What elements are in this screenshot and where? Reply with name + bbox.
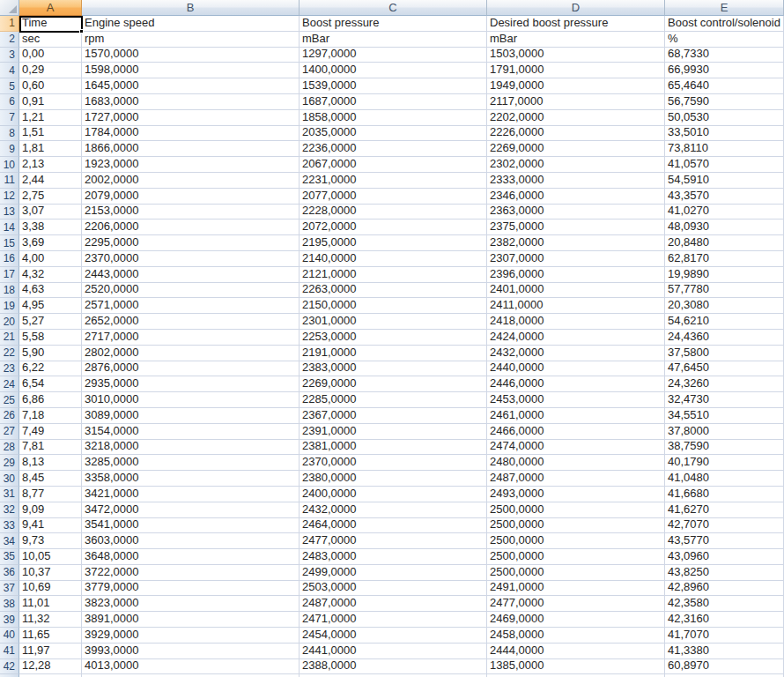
cell-E11[interactable]: 54,5910: [665, 173, 784, 189]
row-header-20[interactable]: 20: [0, 314, 19, 330]
cell-C30[interactable]: 2380,0000: [300, 471, 487, 487]
cell-C42[interactable]: 2388,0000: [300, 659, 487, 675]
cell-E18[interactable]: 57,7780: [665, 283, 784, 299]
row-header-5[interactable]: 5: [0, 78, 19, 94]
cell-D35[interactable]: 2500,0000: [487, 549, 665, 565]
cell-E2[interactable]: %: [665, 32, 784, 48]
cell-A9[interactable]: 1,81: [19, 141, 82, 157]
cell-D30[interactable]: 2487,0000: [487, 471, 665, 487]
cell-D14[interactable]: 2375,0000: [487, 219, 665, 235]
cell-E35[interactable]: 43,0960: [665, 549, 784, 565]
cell-C26[interactable]: 2367,0000: [300, 408, 487, 424]
cell-A42[interactable]: 12,28: [19, 659, 82, 675]
cell-D34[interactable]: 2500,0000: [487, 533, 665, 549]
cell-C8[interactable]: 2035,0000: [300, 126, 487, 142]
cell-B19[interactable]: 2571,0000: [82, 298, 300, 314]
cell-D17[interactable]: 2396,0000: [487, 267, 665, 283]
cell-B12[interactable]: 2079,0000: [82, 189, 300, 205]
cell-A29[interactable]: 8,13: [19, 455, 82, 471]
cell-B16[interactable]: 2370,0000: [82, 251, 300, 267]
cell-E8[interactable]: 33,5010: [665, 126, 784, 142]
cell-D9[interactable]: 2269,0000: [487, 141, 665, 157]
cell-E28[interactable]: 38,7590: [665, 440, 784, 456]
cell-D12[interactable]: 2346,0000: [487, 189, 665, 205]
row-header-36[interactable]: 36: [0, 565, 19, 581]
cell-D32[interactable]: 2500,0000: [487, 502, 665, 518]
cell-C5[interactable]: 1539,0000: [300, 78, 487, 94]
cell-D11[interactable]: 2333,0000: [487, 173, 665, 189]
cell-E16[interactable]: 62,8170: [665, 251, 784, 267]
cell-E5[interactable]: 65,4640: [665, 78, 784, 94]
cell-D13[interactable]: 2363,0000: [487, 205, 665, 220]
cell-C22[interactable]: 2191,0000: [300, 346, 487, 361]
cell-C20[interactable]: 2301,0000: [300, 314, 487, 330]
cell-A31[interactable]: 8,77: [19, 487, 82, 502]
cell-D23[interactable]: 2440,0000: [487, 361, 665, 377]
cell-B17[interactable]: 2443,0000: [82, 267, 300, 283]
cell-A34[interactable]: 9,73: [19, 533, 82, 549]
cell-E3[interactable]: 68,7330: [665, 48, 784, 63]
cell-C6[interactable]: 1687,0000: [300, 94, 487, 110]
cell-C36[interactable]: 2499,0000: [300, 565, 487, 581]
cell-E31[interactable]: 41,6680: [665, 487, 784, 502]
cell-E22[interactable]: 37,5800: [665, 346, 784, 361]
column-header-E[interactable]: E: [665, 0, 784, 16]
cell-E26[interactable]: 34,5510: [665, 408, 784, 424]
row-header-23[interactable]: 23: [0, 361, 19, 377]
cell-D29[interactable]: 2480,0000: [487, 455, 665, 471]
cell-C40[interactable]: 2454,0000: [300, 628, 487, 644]
cell-E30[interactable]: 41,0480: [665, 471, 784, 487]
cell-A21[interactable]: 5,58: [19, 330, 82, 346]
cell-B13[interactable]: 2153,0000: [82, 205, 300, 220]
row-header-15[interactable]: 15: [0, 235, 19, 251]
cell-E25[interactable]: 32,4730: [665, 392, 784, 408]
cell-A16[interactable]: 4,00: [19, 251, 82, 267]
row-header-33[interactable]: 33: [0, 518, 19, 534]
cell-E41[interactable]: 41,3380: [665, 644, 784, 659]
cell-D16[interactable]: 2307,0000: [487, 251, 665, 267]
cell-A39[interactable]: 11,32: [19, 612, 82, 628]
row-header-25[interactable]: 25: [0, 392, 19, 408]
row-header-14[interactable]: 14: [0, 219, 19, 235]
row-header-2[interactable]: 2: [0, 32, 19, 48]
row-header-11[interactable]: 11: [0, 173, 19, 189]
cell-D19[interactable]: 2411,0000: [487, 298, 665, 314]
cell-E6[interactable]: 56,7590: [665, 94, 784, 110]
cell-C19[interactable]: 2150,0000: [300, 298, 487, 314]
cell-C12[interactable]: 2077,0000: [300, 189, 487, 205]
cell-B31[interactable]: 3421,0000: [82, 487, 300, 502]
cell-C32[interactable]: 2432,0000: [300, 502, 487, 518]
row-header-1[interactable]: 1: [0, 16, 19, 32]
cell-A32[interactable]: 9,09: [19, 502, 82, 518]
cell-B41[interactable]: 3993,0000: [82, 644, 300, 659]
cell-E39[interactable]: 42,3160: [665, 612, 784, 628]
row-header-9[interactable]: 9: [0, 141, 19, 157]
cell-D2[interactable]: mBar: [487, 32, 665, 48]
cell-E40[interactable]: 41,7070: [665, 628, 784, 644]
cell-B34[interactable]: 3603,0000: [82, 533, 300, 549]
cell-B40[interactable]: 3929,0000: [82, 628, 300, 644]
row-header-13[interactable]: 13: [0, 205, 19, 220]
cell-A28[interactable]: 7,81: [19, 440, 82, 456]
cell-B35[interactable]: 3648,0000: [82, 549, 300, 565]
cell-B2[interactable]: rpm: [82, 32, 300, 48]
row-header-31[interactable]: 31: [0, 487, 19, 502]
cell-A13[interactable]: 3,07: [19, 205, 82, 220]
cell-E19[interactable]: 20,3080: [665, 298, 784, 314]
row-header-32[interactable]: 32: [0, 502, 19, 518]
cell-A17[interactable]: 4,32: [19, 267, 82, 283]
cell-A33[interactable]: 9,41: [19, 518, 82, 534]
row-header-10[interactable]: 10: [0, 157, 19, 173]
cell-C33[interactable]: 2464,0000: [300, 518, 487, 534]
column-header-A[interactable]: A: [19, 0, 82, 16]
cell-C13[interactable]: 2228,0000: [300, 205, 487, 220]
cell-E9[interactable]: 73,8110: [665, 141, 784, 157]
cell-B30[interactable]: 3358,0000: [82, 471, 300, 487]
cell-B28[interactable]: 3218,0000: [82, 440, 300, 456]
cell-D20[interactable]: 2418,0000: [487, 314, 665, 330]
row-header-8[interactable]: 8: [0, 126, 19, 142]
cell-E42[interactable]: 60,8970: [665, 659, 784, 675]
cell-C29[interactable]: 2370,0000: [300, 455, 487, 471]
cell-E36[interactable]: 43,8250: [665, 565, 784, 581]
cell-C25[interactable]: 2285,0000: [300, 392, 487, 408]
